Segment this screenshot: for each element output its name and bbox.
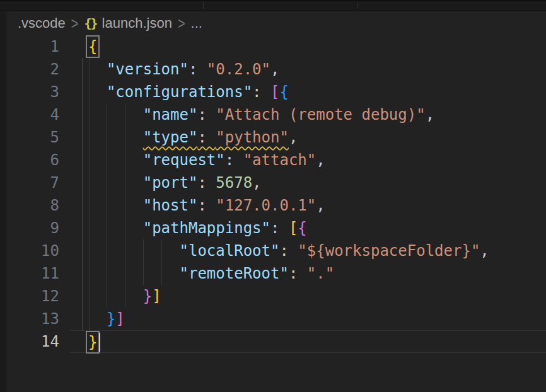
bracket-pair-guide [82, 58, 83, 81]
code-token: : [197, 106, 216, 124]
breadcrumb-symbol-ellipsis[interactable]: ... [191, 15, 202, 32]
line-content[interactable]: "type": "python", [69, 126, 546, 149]
code-token: : [270, 219, 289, 237]
code-token [88, 197, 143, 214]
line-content[interactable]: "localRoot": "${workspaceFolder}", [69, 239, 546, 262]
code-token: : [197, 129, 216, 146]
line-number[interactable]: 2 [7, 58, 69, 81]
indent-guide [143, 239, 144, 262]
code-token: , [426, 106, 434, 124]
line-number[interactable]: 5 [7, 126, 69, 149]
code-token [88, 129, 143, 146]
line-content[interactable]: "port": 5678, [69, 171, 546, 194]
code-line[interactable]: 10 "localRoot": "${workspaceFolder}", [7, 239, 546, 262]
line-number[interactable]: 9 [7, 217, 69, 239]
indent-guide [125, 171, 125, 194]
code-token: 5678 [216, 174, 252, 192]
indent-guide [89, 285, 90, 308]
code-token [88, 151, 143, 169]
line-number[interactable]: 10 [7, 239, 69, 262]
code-token: ] [152, 287, 161, 305]
code-token: , [252, 174, 261, 192]
code-token: "configurations" [107, 83, 252, 101]
code-line[interactable]: 3 "configurations": [{ [7, 81, 546, 103]
breadcrumb-file[interactable]: launch.json [102, 15, 172, 32]
line-content[interactable]: }] [69, 308, 546, 330]
line-content[interactable]: "configurations": [{ [69, 81, 546, 103]
line-content[interactable]: "remoteRoot": "." [69, 262, 546, 285]
code-token: } [107, 310, 115, 328]
indent-guide [107, 217, 107, 239]
bracket-pair-guide [82, 217, 83, 239]
line-number[interactable]: 3 [7, 81, 69, 103]
indent-guide [89, 239, 90, 262]
code-line[interactable]: 4 "name": "Attach (remote debug)", [7, 103, 546, 126]
bracket-pair-guide [82, 308, 83, 330]
code-area[interactable]: 1{2 "version": "0.2.0",3 "configurations… [7, 35, 546, 353]
code-token: : [225, 151, 243, 169]
code-token: "remoteRoot" [180, 265, 289, 282]
line-number[interactable]: 11 [7, 262, 69, 285]
code-token: "request" [143, 151, 225, 169]
line-content[interactable]: "request": "attach", [69, 149, 546, 171]
line-number[interactable]: 8 [7, 194, 69, 217]
indent-guide [89, 217, 90, 239]
line-number[interactable]: 6 [7, 149, 69, 171]
bracket-pair-guide [82, 81, 83, 103]
code-token: [ [270, 83, 279, 101]
line-number[interactable]: 1 [7, 35, 69, 58]
code-line[interactable]: 13 }] [7, 308, 546, 330]
vscode-editor-window: .vscode > {} launch.json > ... 1{2 "vers… [0, 0, 546, 392]
line-number[interactable]: 12 [7, 285, 69, 308]
bracket-pair-guide [82, 126, 83, 149]
breadcrumb-folder[interactable]: .vscode [18, 15, 66, 32]
indent-guide [89, 149, 90, 171]
code-line[interactable]: 6 "request": "attach", [7, 149, 546, 171]
chevron-right-icon: > [71, 14, 79, 33]
indent-guide [125, 239, 125, 262]
code-token: , [289, 129, 298, 146]
indent-guide [125, 217, 125, 239]
line-number[interactable]: 13 [7, 308, 69, 330]
line-number[interactable]: 7 [7, 171, 69, 194]
indent-guide [125, 103, 125, 126]
code-line[interactable]: 1{ [7, 35, 546, 58]
breadcrumb: .vscode > {} launch.json > ... [7, 11, 546, 35]
code-token: "host" [143, 197, 198, 214]
line-number[interactable]: 14 [7, 330, 69, 353]
line-content[interactable]: { [69, 35, 546, 58]
code-token: "type" [143, 129, 198, 146]
code-token [88, 174, 143, 192]
line-content[interactable]: } [69, 330, 546, 353]
bracket-pair-guide [82, 285, 83, 308]
line-content[interactable]: "pathMappings": [{ [69, 217, 546, 239]
code-line[interactable]: 14} [7, 330, 546, 353]
indent-guide [125, 285, 125, 308]
tab-divider [357, 2, 357, 9]
window-left-edge [0, 11, 6, 392]
code-line[interactable]: 8 "host": "127.0.0.1", [7, 194, 546, 217]
code-line[interactable]: 2 "version": "0.2.0", [7, 58, 546, 81]
code-token: , [316, 197, 325, 214]
line-content[interactable]: "version": "0.2.0", [69, 58, 546, 81]
line-content[interactable]: "host": "127.0.0.1", [69, 194, 546, 217]
tab-bar[interactable] [0, 1, 546, 11]
code-line[interactable]: 11 "remoteRoot": "." [7, 262, 546, 285]
code-line[interactable]: 7 "port": 5678, [7, 171, 546, 194]
indent-guide [107, 239, 107, 262]
code-line[interactable]: 9 "pathMappings": [{ [7, 217, 546, 239]
code-token: "python" [216, 129, 289, 146]
code-line[interactable]: 5 "type": "python", [7, 126, 546, 149]
line-content[interactable]: }] [69, 285, 546, 308]
indent-guide [125, 194, 125, 217]
code-line[interactable]: 12 }] [7, 285, 546, 308]
code-token: : [197, 197, 216, 214]
code-token: "name" [143, 106, 198, 124]
chevron-right-icon: > [178, 14, 185, 33]
line-content[interactable]: "name": "Attach (remote debug)", [69, 103, 546, 126]
line-number[interactable]: 4 [7, 103, 69, 126]
indent-guide [161, 262, 162, 285]
bracket-pair-guide [82, 149, 83, 171]
code-token [88, 106, 143, 124]
bracket-pair-guide [82, 262, 83, 285]
